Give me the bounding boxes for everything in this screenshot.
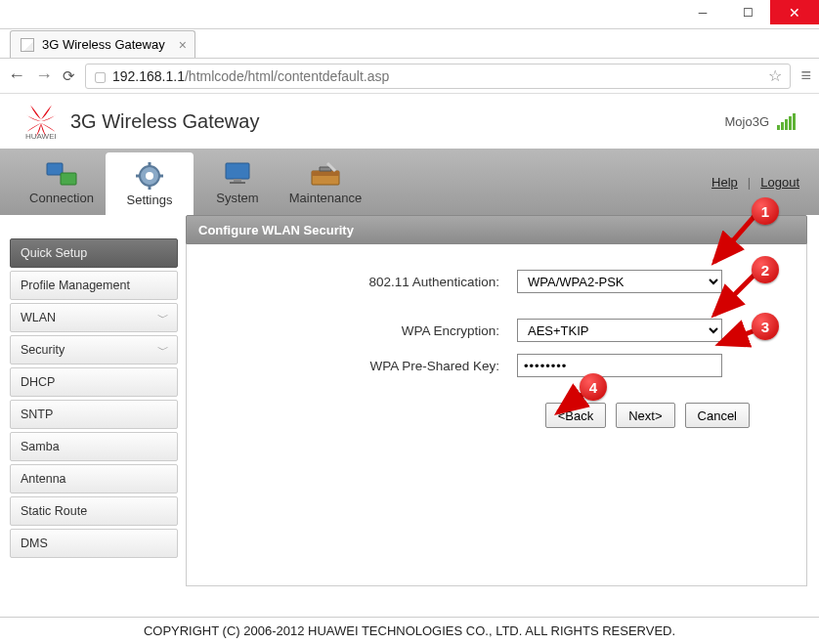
chevron-down-icon: ﹀	[157, 342, 169, 359]
window-titlebar: ─ ☐ ✕	[0, 0, 819, 29]
browser-tab[interactable]: 3G Wireless Gateway ×	[10, 30, 195, 58]
toolbox-icon	[309, 159, 342, 189]
svg-rect-1	[61, 173, 76, 185]
nav-separator: |	[748, 175, 751, 190]
sidebar-item-dhcp[interactable]: DHCP	[10, 367, 178, 397]
svg-rect-10	[230, 182, 245, 184]
svg-rect-8	[226, 163, 249, 179]
sidebar-item-profile-management[interactable]: Profile Management	[10, 271, 178, 300]
window-close-button[interactable]: ✕	[770, 0, 819, 24]
svg-line-14	[714, 274, 755, 315]
sidebar-item-wlan[interactable]: WLAN﹀	[10, 303, 178, 332]
svg-rect-0	[47, 163, 63, 175]
page-outline-icon: ▢	[94, 68, 107, 84]
sidebar-item-label: DMS	[21, 537, 48, 550]
sidebar-item-label: Quick Setup	[21, 246, 87, 260]
nav-system[interactable]: System	[194, 149, 281, 215]
bookmark-star-icon[interactable]: ☆	[768, 66, 782, 85]
panel-title: Configure WLAN Security	[186, 215, 807, 244]
browser-toolbar: ← → ⟳ ▢ 192.168.1.1/htmlcode/html/conten…	[0, 59, 819, 94]
svg-rect-12	[312, 171, 339, 176]
window-maximize-button[interactable]: ☐	[725, 0, 770, 24]
nav-settings[interactable]: Settings	[106, 152, 194, 215]
url-host: 192.168.1.1	[112, 68, 185, 84]
logout-link[interactable]: Logout	[760, 175, 799, 190]
nav-label: Connection	[29, 191, 94, 205]
svg-rect-9	[234, 179, 241, 182]
page-title: 3G Wireless Gateway	[70, 110, 259, 133]
address-bar[interactable]: ▢ 192.168.1.1/htmlcode/html/contentdefau…	[85, 64, 791, 89]
monitor-icon	[221, 159, 254, 189]
svg-point-3	[146, 172, 153, 180]
huawei-logo: HUAWEI	[23, 104, 59, 139]
url-path: /htmlcode/html/contentdefault.asp	[185, 68, 389, 84]
sidebar-item-sntp[interactable]: SNTP	[10, 400, 178, 429]
chevron-down-icon: ﹀	[157, 310, 169, 326]
tab-title: 3G Wireless Gateway	[42, 37, 165, 52]
logo-text: HUAWEI	[25, 132, 57, 141]
sidebar-item-label: DHCP	[21, 375, 55, 389]
tab-close-icon[interactable]: ×	[179, 37, 187, 53]
sidebar-item-label: Static Route	[21, 504, 87, 518]
nav-label: Maintenance	[289, 191, 362, 205]
sidebar-item-quick-setup[interactable]: Quick Setup	[10, 238, 178, 268]
annotation-arrows	[187, 244, 773, 537]
window-minimize-button[interactable]: ─	[680, 0, 725, 24]
main-nav: Connection Settings System Maintenance H…	[0, 149, 819, 215]
gear-icon	[133, 161, 166, 191]
reload-icon[interactable]: ⟳	[63, 67, 75, 85]
sidebar: Quick Setup Profile Management WLAN﹀ Sec…	[0, 215, 186, 625]
browser-tab-strip: 3G Wireless Gateway ×	[0, 29, 819, 59]
footer-copyright: COPYRIGHT (C) 2006-2012 HUAWEI TECHNOLOG…	[0, 617, 819, 638]
main-panel: Configure WLAN Security 802.11 Authentic…	[186, 215, 819, 625]
sidebar-item-samba[interactable]: Samba	[10, 432, 178, 461]
nav-label: System	[216, 191, 258, 205]
nav-connection[interactable]: Connection	[18, 149, 106, 215]
sidebar-item-label: Security	[21, 343, 65, 357]
sidebar-item-antenna[interactable]: Antenna	[10, 464, 178, 494]
sidebar-item-label: Antenna	[21, 472, 66, 486]
connection-icon	[45, 159, 78, 189]
sidebar-item-security[interactable]: Security﹀	[10, 335, 178, 365]
nav-maintenance[interactable]: Maintenance	[281, 149, 369, 215]
forward-icon[interactable]: →	[35, 65, 53, 86]
sidebar-item-static-route[interactable]: Static Route	[10, 496, 178, 526]
signal-strength-icon	[777, 113, 796, 130]
back-icon[interactable]: ←	[8, 65, 25, 86]
sidebar-item-label: SNTP	[21, 408, 53, 421]
browser-menu-icon[interactable]: ≡	[800, 65, 811, 86]
sidebar-item-label: Profile Management	[21, 279, 130, 292]
svg-line-16	[558, 391, 587, 412]
router-page: HUAWEI 3G Wireless Gateway Mojo3G Connec…	[0, 94, 819, 644]
page-icon	[21, 38, 34, 52]
sidebar-item-dms[interactable]: DMS	[10, 529, 178, 558]
sidebar-item-label: WLAN	[21, 311, 56, 324]
nav-label: Settings	[127, 193, 173, 207]
network-name: Mojo3G	[724, 114, 769, 129]
page-header: HUAWEI 3G Wireless Gateway Mojo3G	[0, 94, 819, 149]
help-link[interactable]: Help	[711, 175, 738, 190]
svg-line-15	[719, 330, 755, 344]
sidebar.items.6.label: Samba	[21, 440, 60, 453]
